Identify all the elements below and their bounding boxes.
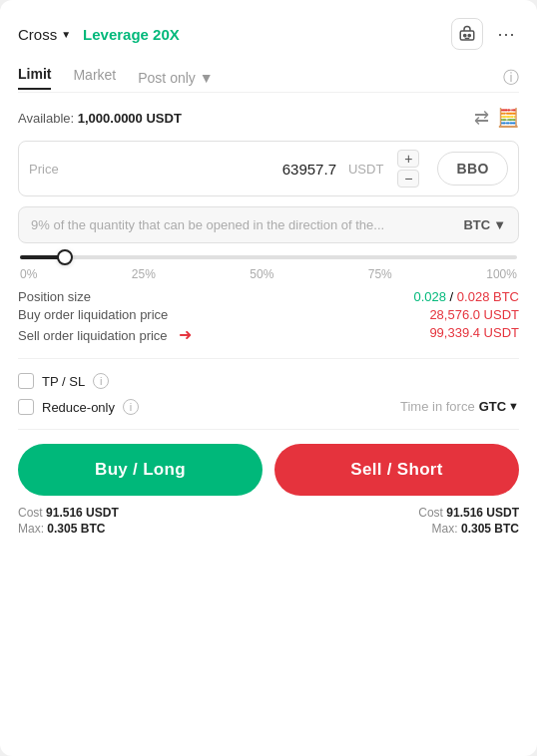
- position-size-label: Position size: [18, 289, 91, 304]
- price-increment-button[interactable]: +: [397, 150, 419, 168]
- buy-liq-value: 28,576.0 USDT: [429, 307, 519, 322]
- buy-max-label: Max: 0.305 BTC: [18, 522, 119, 536]
- available-value: 1,000.0000 USDT: [78, 111, 182, 126]
- divider-2: [18, 429, 519, 430]
- divider-1: [18, 358, 519, 359]
- slider-label-25: 25%: [132, 267, 156, 281]
- calculator-icon[interactable]: 🧮: [497, 107, 519, 129]
- currency-label: BTC: [463, 217, 490, 232]
- available-icons: ⇄ 🧮: [474, 107, 519, 129]
- robot-icon-button[interactable]: [451, 18, 483, 50]
- available-label: Available:: [18, 111, 74, 126]
- post-only-arrow-icon: ▼: [200, 70, 214, 86]
- slider-label-50: 50%: [250, 267, 273, 281]
- reduce-info-icon[interactable]: i: [123, 399, 139, 415]
- quantity-input-row[interactable]: 9% of the quantity that can be opened in…: [18, 206, 519, 243]
- position-info: Position size 0.028 / 0.028 BTC Buy orde…: [18, 289, 519, 344]
- sell-cost-label-text: Cost: [418, 506, 443, 520]
- options-section: TP / SL i Reduce-only i Time in force GT…: [18, 373, 519, 415]
- sell-liq-label-text: Sell order liquidation price: [18, 328, 168, 343]
- sell-liq-arrow-indicator: ➜: [179, 326, 192, 343]
- tpsl-info-icon[interactable]: i: [93, 373, 109, 389]
- cost-row: Cost 91.516 USDT Max: 0.305 BTC Cost 91.…: [18, 506, 519, 536]
- svg-point-2: [468, 34, 470, 36]
- buy-cost-value: 91.516 USDT: [46, 506, 119, 520]
- sell-cost-block: Cost 91.516 USDT Max: 0.305 BTC: [418, 506, 519, 536]
- sell-max-label: Max: 0.305 BTC: [418, 522, 519, 536]
- svg-point-1: [464, 34, 466, 36]
- bbo-button[interactable]: BBO: [437, 152, 508, 186]
- tpsl-checkbox[interactable]: [18, 373, 34, 389]
- cross-label: Cross: [18, 26, 57, 43]
- header: Cross ▼ Leverage 20X ⋯: [18, 18, 519, 50]
- slider-label-100: 100%: [486, 267, 517, 281]
- leverage-button[interactable]: Leverage 20X: [83, 26, 180, 43]
- currency-arrow-icon: ▼: [493, 217, 506, 232]
- tab-market[interactable]: Market: [73, 67, 116, 89]
- position-size-green: 0.028: [413, 289, 446, 304]
- reduce-only-checkbox[interactable]: [18, 399, 34, 415]
- sell-liq-value: 99,339.4 USDT: [429, 325, 519, 344]
- reduce-tif-row: Reduce-only i Time in force GTC ▼: [18, 399, 519, 415]
- tab-post-only[interactable]: Post only ▼: [138, 70, 213, 86]
- tif-arrow-icon: ▼: [508, 400, 519, 412]
- available-row: Available: 1,000.0000 USDT ⇄ 🧮: [18, 107, 519, 129]
- buy-max-value: 0.305 BTC: [47, 522, 105, 536]
- slider-label-75: 75%: [368, 267, 392, 281]
- post-only-label: Post only: [138, 70, 196, 86]
- sell-max-label-text: Max:: [432, 522, 458, 536]
- buy-cost-label: Cost 91.516 USDT: [18, 506, 119, 520]
- trading-panel: Cross ▼ Leverage 20X ⋯ Limit Market Post…: [0, 0, 537, 756]
- sell-max-value: 0.305 BTC: [461, 522, 519, 536]
- cross-button[interactable]: Cross ▼: [18, 26, 71, 43]
- price-unit: USDT: [348, 162, 383, 177]
- buy-max-label-text: Max:: [18, 522, 44, 536]
- buy-cost-label-text: Cost: [18, 506, 43, 520]
- buy-long-button[interactable]: Buy / Long: [18, 444, 263, 496]
- slider-labels: 0% 25% 50% 75% 100%: [20, 267, 517, 281]
- slider-track[interactable]: [20, 255, 517, 259]
- more-options-button[interactable]: ⋯: [493, 21, 519, 47]
- price-value[interactable]: 63957.7: [77, 161, 336, 178]
- transfer-icon[interactable]: ⇄: [474, 107, 489, 129]
- tab-limit[interactable]: Limit: [18, 66, 51, 90]
- sell-cost-value: 91.516 USDT: [446, 506, 519, 520]
- buy-liq-label: Buy order liquidation price: [18, 307, 168, 322]
- position-size-row: Position size 0.028 / 0.028 BTC: [18, 289, 519, 304]
- slider-container: 0% 25% 50% 75% 100%: [18, 255, 519, 281]
- sell-cost-label: Cost 91.516 USDT: [418, 506, 519, 520]
- position-size-red: 0.028 BTC: [457, 289, 519, 304]
- sell-liq-label: Sell order liquidation price ➜: [18, 325, 192, 344]
- action-buttons: Buy / Long Sell / Short: [18, 444, 519, 496]
- quantity-placeholder: 9% of the quantity that can be opened in…: [31, 217, 463, 232]
- header-right: ⋯: [451, 18, 519, 50]
- available-text: Available: 1,000.0000 USDT: [18, 111, 182, 126]
- sell-liq-row: Sell order liquidation price ➜ 99,339.4 …: [18, 325, 519, 344]
- tpsl-label: TP / SL: [42, 374, 85, 389]
- price-stepper: + −: [397, 150, 419, 188]
- cross-arrow-icon: ▼: [61, 29, 71, 40]
- tab-info-icon[interactable]: ⓘ: [503, 68, 519, 89]
- sell-short-button[interactable]: Sell / Short: [274, 444, 519, 496]
- tif-row: Time in force GTC ▼: [400, 399, 519, 414]
- buy-cost-block: Cost 91.516 USDT Max: 0.305 BTC: [18, 506, 119, 536]
- tabs-bar: Limit Market Post only ▼ ⓘ: [18, 66, 519, 93]
- slider-thumb[interactable]: [57, 249, 73, 265]
- price-label: Price: [29, 162, 69, 177]
- header-left: Cross ▼ Leverage 20X: [18, 26, 180, 43]
- slider-label-0: 0%: [20, 267, 37, 281]
- price-input-row: Price 63957.7 USDT + − BBO: [18, 141, 519, 196]
- tpsl-row: TP / SL i: [18, 373, 519, 389]
- buy-liq-row: Buy order liquidation price 28,576.0 USD…: [18, 307, 519, 322]
- reduce-only-row: Reduce-only i: [18, 399, 139, 415]
- price-decrement-button[interactable]: −: [397, 170, 419, 188]
- reduce-only-label: Reduce-only: [42, 400, 115, 415]
- quantity-currency-selector[interactable]: BTC ▼: [463, 217, 506, 232]
- tif-value[interactable]: GTC: [479, 399, 506, 414]
- tif-label: Time in force: [400, 399, 475, 414]
- position-size-value: 0.028 / 0.028 BTC: [413, 289, 519, 304]
- position-size-sep: /: [446, 289, 457, 304]
